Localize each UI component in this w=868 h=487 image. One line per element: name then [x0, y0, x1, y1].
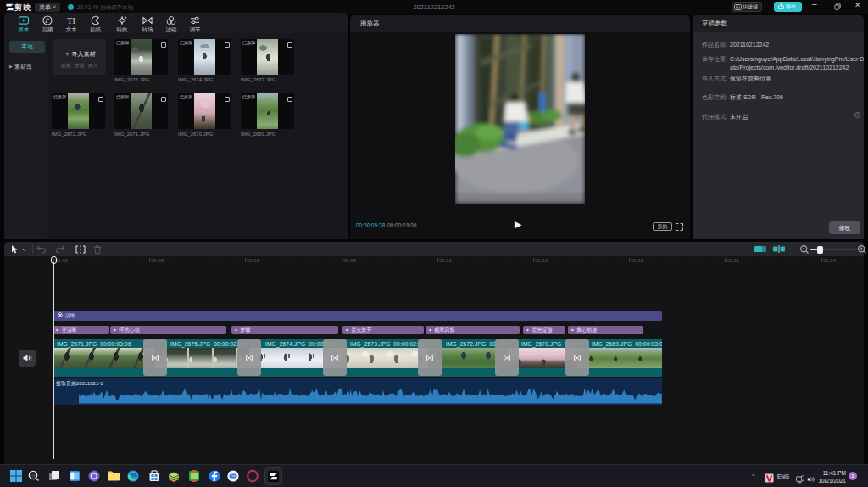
svg-text:TI: TI [67, 15, 75, 25]
svg-text:Zalo: Zalo [231, 474, 236, 478]
